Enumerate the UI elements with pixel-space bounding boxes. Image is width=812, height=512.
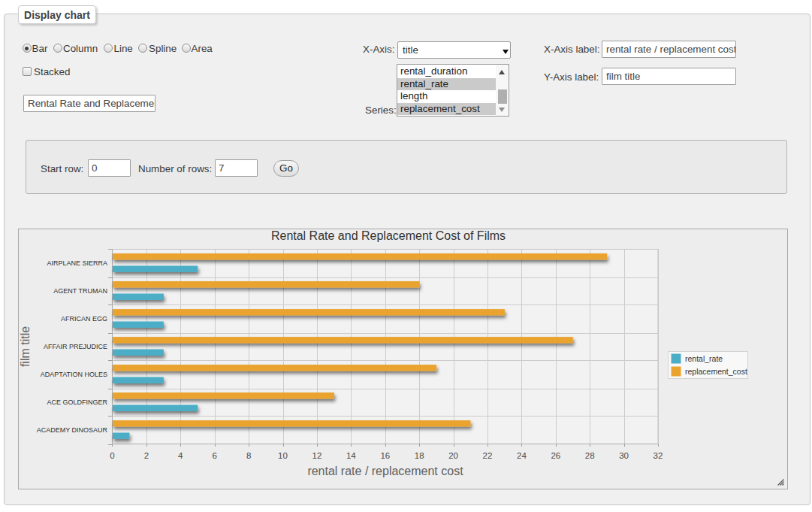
svg-text:0: 0 bbox=[110, 451, 114, 460]
svg-text:12: 12 bbox=[312, 451, 322, 460]
svg-text:24: 24 bbox=[517, 451, 527, 460]
svg-text:22: 22 bbox=[483, 451, 493, 460]
svg-text:20: 20 bbox=[448, 451, 458, 460]
svg-text:10: 10 bbox=[278, 451, 288, 460]
svg-text:rental_rate: rental_rate bbox=[685, 354, 723, 363]
svg-text:AFFAIR PREJUDICE: AFFAIR PREJUDICE bbox=[44, 343, 107, 350]
svg-text:rental rate / replacement cost: rental rate / replacement cost bbox=[307, 465, 463, 477]
svg-text:6: 6 bbox=[212, 451, 216, 460]
svg-text:replacement_cost: replacement_cost bbox=[685, 367, 747, 376]
svg-text:Rental Rate and Replacement Co: Rental Rate and Replacement Cost of Film… bbox=[271, 229, 506, 242]
svg-text:14: 14 bbox=[346, 451, 356, 460]
svg-text:26: 26 bbox=[551, 451, 560, 460]
svg-text:30: 30 bbox=[619, 451, 629, 460]
svg-text:ADAPTATION HOLES: ADAPTATION HOLES bbox=[41, 371, 107, 378]
svg-text:32: 32 bbox=[654, 451, 663, 460]
svg-text:AFRICAN EGG: AFRICAN EGG bbox=[61, 315, 107, 323]
svg-text:16: 16 bbox=[380, 451, 390, 460]
svg-text:2: 2 bbox=[144, 451, 149, 460]
svg-text:AIRPLANE SIERRA: AIRPLANE SIERRA bbox=[47, 259, 107, 267]
svg-text:8: 8 bbox=[246, 451, 251, 460]
svg-text:18: 18 bbox=[415, 451, 424, 460]
svg-text:AGENT TRUMAN: AGENT TRUMAN bbox=[53, 287, 107, 295]
svg-text:28: 28 bbox=[585, 451, 595, 460]
svg-text:ACADEMY DINOSAUR: ACADEMY DINOSAUR bbox=[37, 426, 108, 434]
svg-text:film title: film title bbox=[19, 326, 32, 367]
svg-text:4: 4 bbox=[178, 451, 183, 460]
svg-text:ACE GOLDFINGER: ACE GOLDFINGER bbox=[47, 398, 107, 406]
